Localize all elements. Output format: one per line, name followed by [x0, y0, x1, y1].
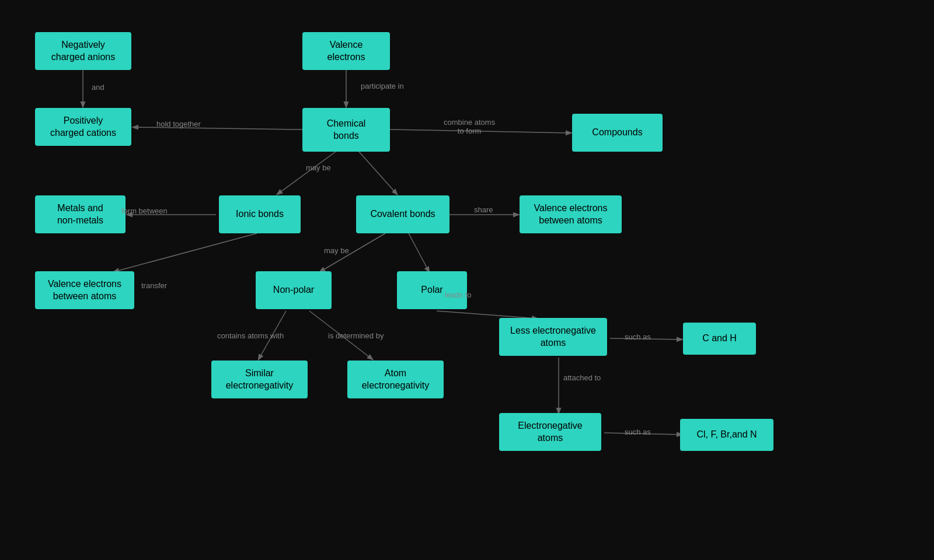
label-may-be-2: may be — [324, 246, 349, 255]
node-atom-electronegativity: Atomelectronegativity — [347, 360, 444, 398]
node-negatively-charged: Negativelycharged anions — [35, 32, 131, 70]
svg-line-5 — [359, 152, 397, 194]
label-attached-to: attached to — [563, 373, 601, 382]
node-metals-nonmetals: Metals andnon-metals — [35, 195, 126, 233]
label-participate-in: participate in — [361, 82, 404, 90]
node-valence-between: Valence electronsbetween atoms — [520, 195, 622, 233]
node-nonpolar: Non-polar — [256, 271, 332, 309]
label-contains-atoms: contains atoms with — [217, 331, 284, 340]
label-may-be-1: may be — [306, 163, 331, 172]
node-positively-charged: Positivelycharged cations — [35, 108, 131, 146]
label-share: share — [474, 205, 493, 214]
node-covalent-bonds: Covalent bonds — [356, 195, 449, 233]
node-electronegative-atoms: Electronegativeatoms — [499, 413, 601, 451]
node-valence-transfer: Valence electronsbetween atoms — [35, 271, 134, 309]
node-compounds: Compounds — [572, 114, 663, 152]
node-cl-f-br-n: Cl, F, Br,and N — [680, 419, 773, 451]
label-transfer: transfer — [141, 281, 167, 290]
node-c-and-h: C and H — [683, 323, 756, 355]
node-valence-electrons: Valence electrons — [302, 32, 390, 70]
label-is-determined: is determined by — [328, 331, 384, 340]
node-similar-electronegativity: Similarelectronegativity — [211, 360, 308, 398]
label-leads-to: leads to — [445, 290, 472, 299]
node-ionic-bonds: Ionic bonds — [219, 195, 301, 233]
label-such-as-1: such as — [625, 332, 651, 341]
node-less-electronegative: Less electronegativeatoms — [499, 318, 607, 356]
svg-line-10 — [409, 233, 429, 272]
label-hold-together: hold together — [156, 120, 201, 128]
concept-map: Valence electrons Chemicalbonds Compound… — [0, 0, 934, 560]
label-form-between: form between — [121, 206, 168, 215]
svg-line-8 — [114, 233, 257, 272]
node-chemical-bonds: Chemicalbonds — [302, 108, 390, 152]
label-and: and — [92, 83, 104, 92]
label-combine-atoms: combine atomsto form — [444, 118, 495, 135]
label-such-as-2: such as — [625, 428, 651, 436]
svg-line-4 — [277, 152, 336, 194]
arrows-svg — [0, 0, 934, 560]
